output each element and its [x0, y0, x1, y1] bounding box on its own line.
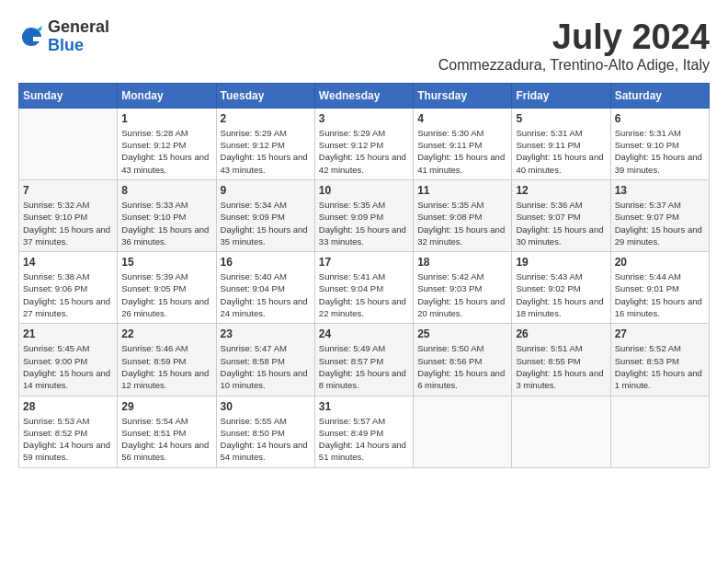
location-title: Commezzadura, Trentino-Alto Adige, Italy	[438, 57, 710, 74]
table-row: 14Sunrise: 5:38 AMSunset: 9:06 PMDayligh…	[19, 252, 118, 324]
table-row: 28Sunrise: 5:53 AMSunset: 8:52 PMDayligh…	[19, 396, 118, 467]
table-row: 20Sunrise: 5:44 AMSunset: 9:01 PMDayligh…	[610, 252, 709, 324]
calendar-table: Sunday Monday Tuesday Wednesday Thursday…	[18, 83, 710, 468]
day-number: 13	[615, 184, 705, 197]
table-row: 4Sunrise: 5:30 AMSunset: 9:11 PMDaylight…	[414, 108, 512, 179]
logo-text: General Blue	[48, 18, 109, 55]
day-number: 1	[121, 112, 211, 125]
table-row: 16Sunrise: 5:40 AMSunset: 9:04 PMDayligh…	[216, 252, 314, 324]
table-row: 30Sunrise: 5:55 AMSunset: 8:50 PMDayligh…	[216, 396, 314, 467]
table-row: 31Sunrise: 5:57 AMSunset: 8:49 PMDayligh…	[314, 396, 413, 467]
day-number: 11	[417, 184, 507, 197]
day-number: 12	[516, 184, 606, 197]
col-wednesday: Wednesday	[314, 83, 413, 108]
table-row: 3Sunrise: 5:29 AMSunset: 9:12 PMDaylight…	[314, 108, 413, 179]
table-row: 9Sunrise: 5:34 AMSunset: 9:09 PMDaylight…	[216, 179, 314, 251]
day-info: Sunrise: 5:57 AMSunset: 8:49 PMDaylight:…	[319, 415, 409, 464]
table-row: 5Sunrise: 5:31 AMSunset: 9:11 PMDaylight…	[512, 108, 610, 179]
day-info: Sunrise: 5:44 AMSunset: 9:01 PMDaylight:…	[615, 270, 705, 319]
day-number: 7	[23, 184, 113, 197]
col-thursday: Thursday	[414, 83, 512, 108]
table-row: 17Sunrise: 5:41 AMSunset: 9:04 PMDayligh…	[314, 252, 413, 324]
day-number: 9	[221, 184, 311, 197]
day-info: Sunrise: 5:43 AMSunset: 9:02 PMDaylight:…	[516, 270, 606, 319]
day-info: Sunrise: 5:32 AMSunset: 9:10 PMDaylight:…	[23, 199, 113, 247]
day-number: 26	[516, 327, 606, 340]
logo: General Blue	[18, 18, 109, 55]
day-number: 16	[221, 256, 311, 269]
day-number: 17	[319, 256, 409, 269]
day-number: 29	[121, 400, 211, 413]
day-info: Sunrise: 5:28 AMSunset: 9:12 PMDaylight:…	[121, 127, 211, 176]
calendar-week-row: 7Sunrise: 5:32 AMSunset: 9:10 PMDaylight…	[19, 179, 710, 251]
table-row: 12Sunrise: 5:36 AMSunset: 9:07 PMDayligh…	[512, 179, 610, 251]
logo-blue: Blue	[48, 37, 109, 55]
day-number: 10	[319, 184, 409, 197]
day-info: Sunrise: 5:42 AMSunset: 9:03 PMDaylight:…	[417, 270, 507, 319]
table-row: 29Sunrise: 5:54 AMSunset: 8:51 PMDayligh…	[118, 396, 216, 467]
month-title: July 2024	[438, 18, 710, 57]
day-number: 22	[121, 327, 211, 340]
day-number: 19	[516, 256, 606, 269]
col-tuesday: Tuesday	[216, 83, 314, 108]
day-info: Sunrise: 5:55 AMSunset: 8:50 PMDaylight:…	[221, 415, 311, 464]
table-row	[512, 396, 610, 467]
day-info: Sunrise: 5:33 AMSunset: 9:10 PMDaylight:…	[121, 199, 211, 247]
day-number: 3	[319, 112, 409, 125]
day-number: 23	[221, 327, 311, 340]
table-row: 15Sunrise: 5:39 AMSunset: 9:05 PMDayligh…	[118, 252, 216, 324]
day-number: 24	[319, 327, 409, 340]
calendar-week-row: 28Sunrise: 5:53 AMSunset: 8:52 PMDayligh…	[19, 396, 710, 467]
col-monday: Monday	[118, 83, 216, 108]
table-row: 26Sunrise: 5:51 AMSunset: 8:55 PMDayligh…	[512, 324, 610, 396]
day-info: Sunrise: 5:54 AMSunset: 8:51 PMDaylight:…	[121, 415, 211, 464]
calendar-week-row: 1Sunrise: 5:28 AMSunset: 9:12 PMDaylight…	[19, 108, 710, 179]
day-info: Sunrise: 5:50 AMSunset: 8:56 PMDaylight:…	[417, 342, 507, 391]
day-number: 4	[417, 112, 507, 125]
table-row	[414, 396, 512, 467]
day-number: 8	[121, 184, 211, 197]
day-number: 31	[319, 400, 409, 413]
day-info: Sunrise: 5:36 AMSunset: 9:07 PMDaylight:…	[516, 199, 606, 247]
day-number: 27	[615, 327, 705, 340]
calendar-header-row: Sunday Monday Tuesday Wednesday Thursday…	[19, 83, 710, 108]
table-row: 23Sunrise: 5:47 AMSunset: 8:58 PMDayligh…	[216, 324, 314, 396]
logo-icon	[18, 24, 44, 50]
title-section: July 2024 Commezzadura, Trentino-Alto Ad…	[438, 18, 710, 74]
day-info: Sunrise: 5:31 AMSunset: 9:11 PMDaylight:…	[516, 127, 606, 176]
calendar-week-row: 14Sunrise: 5:38 AMSunset: 9:06 PMDayligh…	[19, 252, 710, 324]
day-info: Sunrise: 5:34 AMSunset: 9:09 PMDaylight:…	[221, 199, 311, 247]
table-row: 25Sunrise: 5:50 AMSunset: 8:56 PMDayligh…	[414, 324, 512, 396]
table-row: 18Sunrise: 5:42 AMSunset: 9:03 PMDayligh…	[414, 252, 512, 324]
day-number: 18	[417, 256, 507, 269]
day-number: 14	[23, 256, 113, 269]
day-number: 15	[121, 256, 211, 269]
calendar-week-row: 21Sunrise: 5:45 AMSunset: 9:00 PMDayligh…	[19, 324, 710, 396]
table-row: 21Sunrise: 5:45 AMSunset: 9:00 PMDayligh…	[19, 324, 118, 396]
table-row	[19, 108, 118, 179]
day-info: Sunrise: 5:47 AMSunset: 8:58 PMDaylight:…	[221, 342, 311, 391]
day-number: 6	[615, 112, 705, 125]
day-info: Sunrise: 5:35 AMSunset: 9:09 PMDaylight:…	[319, 199, 409, 247]
day-info: Sunrise: 5:49 AMSunset: 8:57 PMDaylight:…	[319, 342, 409, 391]
day-info: Sunrise: 5:35 AMSunset: 9:08 PMDaylight:…	[417, 199, 507, 247]
day-info: Sunrise: 5:39 AMSunset: 9:05 PMDaylight:…	[121, 270, 211, 319]
page-header: General Blue July 2024 Commezzadura, Tre…	[18, 18, 710, 74]
day-number: 21	[23, 327, 113, 340]
table-row: 7Sunrise: 5:32 AMSunset: 9:10 PMDaylight…	[19, 179, 118, 251]
day-info: Sunrise: 5:45 AMSunset: 9:00 PMDaylight:…	[23, 342, 113, 391]
table-row: 2Sunrise: 5:29 AMSunset: 9:12 PMDaylight…	[216, 108, 314, 179]
day-info: Sunrise: 5:29 AMSunset: 9:12 PMDaylight:…	[221, 127, 311, 176]
table-row: 24Sunrise: 5:49 AMSunset: 8:57 PMDayligh…	[314, 324, 413, 396]
day-info: Sunrise: 5:29 AMSunset: 9:12 PMDaylight:…	[319, 127, 409, 176]
day-number: 25	[417, 327, 507, 340]
day-number: 30	[221, 400, 311, 413]
table-row: 19Sunrise: 5:43 AMSunset: 9:02 PMDayligh…	[512, 252, 610, 324]
day-info: Sunrise: 5:40 AMSunset: 9:04 PMDaylight:…	[221, 270, 311, 319]
day-info: Sunrise: 5:31 AMSunset: 9:10 PMDaylight:…	[615, 127, 705, 176]
table-row: 10Sunrise: 5:35 AMSunset: 9:09 PMDayligh…	[314, 179, 413, 251]
col-friday: Friday	[512, 83, 610, 108]
table-row: 8Sunrise: 5:33 AMSunset: 9:10 PMDaylight…	[118, 179, 216, 251]
day-number: 2	[221, 112, 311, 125]
table-row: 27Sunrise: 5:52 AMSunset: 8:53 PMDayligh…	[610, 324, 709, 396]
